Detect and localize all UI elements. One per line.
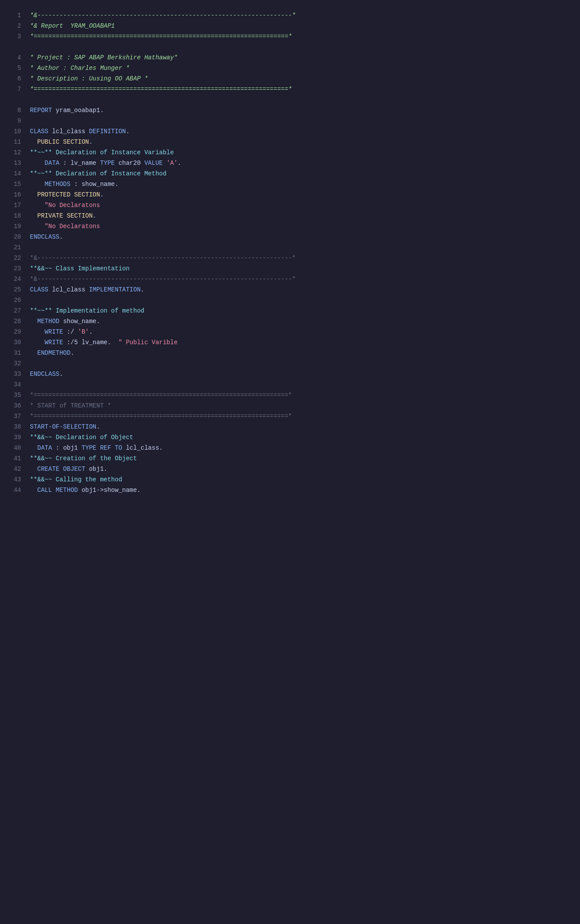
code-token: *& Report YRAM_OOABAP1 — [30, 22, 115, 29]
line-content: **&&~~ Declaration of Object — [30, 433, 573, 442]
code-token: * Author : Charles Munger * — [30, 65, 130, 72]
code-editor: 1*&-------------------------------------… — [0, 7, 580, 499]
line-content: CALL METHOD obj1->show_name. — [30, 485, 573, 495]
code-token: IMPLEMENTATION — [89, 286, 141, 293]
line-number: 19 — [7, 222, 21, 231]
line-content: * Author : Charles Munger * — [30, 63, 573, 73]
line-content: PUBLIC SECTION. — [30, 137, 573, 147]
line-content: ENDMETHOD. — [30, 348, 573, 358]
line-number: 40 — [7, 443, 21, 453]
line-content: *& Report YRAM_OOABAP1 — [30, 21, 573, 31]
code-token: **&&~~ Declaration of Object — [30, 434, 133, 441]
line-content: DATA : obj1 TYPE REF TO lcl_class. — [30, 443, 573, 453]
line-content: PROTECTED SECTION. — [30, 190, 573, 200]
code-line: 7*======================================… — [0, 84, 580, 95]
line-number: 39 — [7, 433, 21, 442]
line-content: PRIVATE SECTION. — [30, 211, 573, 221]
code-token: . — [89, 328, 92, 335]
code-token: **~~** Implementation of method — [30, 307, 144, 314]
code-line: 12**~~** Declaration of Instance Variabl… — [0, 148, 580, 158]
line-content: **~~** Declaration of Instance Variable — [30, 148, 573, 157]
line-number: 33 — [7, 369, 21, 379]
code-line: 10CLASS lcl_class DEFINITION. — [0, 127, 580, 137]
code-token: :/ — [63, 328, 78, 335]
code-token: *=======================================… — [30, 33, 292, 40]
code-line: 40 DATA : obj1 TYPE REF TO lcl_class. — [0, 443, 580, 454]
code-token — [30, 444, 37, 451]
code-token: :/5 lv_name. — [63, 339, 119, 346]
line-number: 34 — [7, 380, 21, 389]
code-token: : show_name. — [70, 181, 118, 188]
code-line: 14**~~** Declaration of Instance Method — [0, 169, 580, 179]
code-line: 13 DATA : lv_name TYPE char20 VALUE 'A'. — [0, 158, 580, 169]
code-token: lcl_class — [48, 128, 89, 135]
line-content: *=======================================… — [30, 32, 573, 41]
code-line: 36* START of TREATMENT * — [0, 401, 580, 411]
code-line: 5* Author : Charles Munger * — [0, 63, 580, 74]
code-line: 1*&-------------------------------------… — [0, 11, 580, 21]
line-number: 2 — [7, 21, 21, 31]
line-content: *=======================================… — [30, 390, 573, 400]
code-token — [163, 160, 166, 167]
line-content: **~~** Declaration of Instance Method — [30, 169, 573, 178]
line-content: **&&~~ Class Implementation — [30, 264, 573, 273]
code-token: DATA — [37, 444, 52, 451]
code-line: 22*&------------------------------------… — [0, 253, 580, 264]
line-content: *=======================================… — [30, 411, 573, 421]
line-number: 42 — [7, 464, 21, 474]
line-number: 25 — [7, 285, 21, 295]
line-number: 16 — [7, 190, 21, 200]
line-number: 20 — [7, 232, 21, 242]
line-content: CLASS lcl_class IMPLEMENTATION. — [30, 285, 573, 295]
line-number: 44 — [7, 485, 21, 495]
line-content: DATA : lv_name TYPE char20 VALUE 'A'. — [30, 158, 573, 168]
code-line: 42 CREATE OBJECT obj1. — [0, 464, 580, 475]
code-token: WRITE — [45, 328, 63, 335]
code-line: 43**&&~~ Calling the method — [0, 475, 580, 485]
code-line: 23**&&~~ Class Implementation — [0, 264, 580, 274]
code-token: 'A' — [167, 160, 178, 167]
code-token: CALL METHOD — [37, 487, 78, 494]
code-line: 21 — [0, 243, 580, 253]
line-number: 3 — [7, 32, 21, 41]
line-number: 8 — [7, 105, 21, 115]
line-number: 31 — [7, 348, 21, 358]
code-token: "No Declaratons — [45, 202, 100, 209]
code-token: : lv_name — [59, 160, 100, 167]
line-content: *&--------------------------------------… — [30, 274, 573, 284]
line-number: 6 — [7, 74, 21, 84]
code-token — [30, 223, 45, 230]
code-token: CLASS — [30, 286, 48, 293]
code-line: 27**~~** Implementation of method — [0, 306, 580, 316]
line-content: ENDCLASS. — [30, 369, 573, 379]
code-token: yram_ooabap1. — [52, 107, 104, 114]
code-token: *&--------------------------------------… — [30, 276, 296, 283]
code-token: CLASS — [30, 128, 48, 135]
code-token: TYPE — [100, 160, 115, 167]
code-token: CREATE OBJECT — [37, 466, 85, 473]
code-line: 19 "No Declaratons — [0, 222, 580, 232]
line-number: 26 — [7, 295, 21, 305]
line-number: 22 — [7, 253, 21, 263]
line-number: 43 — [7, 475, 21, 484]
code-line: 26 — [0, 295, 580, 306]
line-content: METHODS : show_name. — [30, 179, 573, 189]
line-content: **&&~~ Creation of the Object — [30, 454, 573, 463]
code-token: . — [59, 371, 63, 378]
line-number: 5 — [7, 63, 21, 73]
code-token: "No Declaratons — [45, 223, 100, 230]
line-content: CLASS lcl_class DEFINITION. — [30, 127, 573, 136]
code-token — [30, 349, 37, 357]
code-line: 37*=====================================… — [0, 411, 580, 422]
code-line: 17 "No Declaratons — [0, 200, 580, 211]
code-token: * Description : Uusing OO ABAP * — [30, 75, 148, 82]
code-token: . — [59, 233, 63, 240]
line-content — [30, 295, 573, 305]
line-number: 9 — [7, 116, 21, 126]
code-token: ENDCLASS — [30, 233, 59, 240]
line-content: * Project : SAP ABAP Berkshire Hathaway* — [30, 53, 573, 62]
line-number: 7 — [7, 84, 21, 94]
code-token: *=======================================… — [30, 392, 292, 399]
code-token: **&&~~ Class Implementation — [30, 265, 130, 272]
code-token: " Public Varible — [119, 339, 178, 346]
